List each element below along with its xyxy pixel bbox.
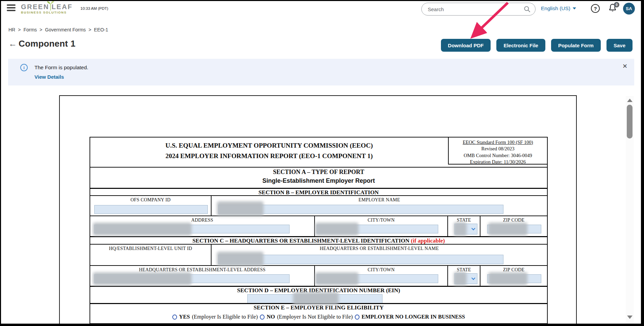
redacted-state: [454, 222, 467, 236]
help-button[interactable]: ?: [591, 4, 600, 13]
redacted-address: [93, 223, 192, 235]
app-window: GREEN LEAF BUSINESS SOLUTIONS 10:33 AM (…: [0, 0, 644, 326]
yes-radio[interactable]: [172, 315, 177, 320]
section-c-header: SECTION C – HEADQUARTERS OR ESTABLISHMEN…: [90, 236, 547, 244]
redacted-hq-name: [217, 252, 264, 266]
section-d-row: SECTION D – EMPLOYER IDENTIFICATION NUMB…: [90, 286, 547, 303]
city-label: CITY/TOWN: [315, 216, 447, 223]
ofs-company-id-label: OFS COMPANY ID: [90, 196, 211, 203]
user-avatar[interactable]: SA: [623, 3, 635, 15]
leaf-icon: [47, 0, 54, 4]
info-banner: i The Form is populated. View Details ✕: [8, 59, 634, 85]
breadcrumb-eeo1[interactable]: EEO-1: [94, 27, 108, 32]
redacted-hq-address: [93, 272, 192, 285]
no-option-desc: (Employer Is Not Eligible to File): [277, 314, 353, 320]
expiration-date: Expiration Date: 11/30/2026: [449, 159, 547, 165]
hq-city-label: CITY/TOWN: [315, 266, 447, 273]
section-c-title: SECTION C – HEADQUARTERS OR ESTABLISHMEN…: [90, 237, 547, 244]
avatar-initials: SA: [626, 6, 632, 11]
redacted-employer-name: [217, 201, 264, 216]
no-radio[interactable]: [260, 315, 265, 320]
form-number: EEOC Standard Form 100 (SF 100): [449, 139, 547, 146]
scroll-up-arrow[interactable]: [627, 99, 633, 102]
hq-unit-id-label: HQ/ESTABLISHMENT-LEVEL UNIT ID: [90, 245, 211, 251]
hq-name-label: HEADQUARTERS OR ESTABLISHMENT-LEVEL NAME: [212, 245, 547, 251]
page-title: Component 1: [19, 39, 75, 49]
download-pdf-button[interactable]: Download PDF: [441, 39, 491, 52]
language-selector[interactable]: English (US): [541, 5, 576, 11]
section-a-title: SECTION A – TYPE OF REPORT: [90, 168, 547, 177]
hq-zip-label: ZIP CODE: [480, 266, 547, 273]
yes-option-desc: (Employer Is Eligible to File): [192, 314, 258, 320]
question-mark-icon: ?: [594, 6, 597, 11]
current-time: 10:33 AM (PDT): [80, 6, 108, 10]
section-e-options-row: YES (Employer Is Eligible to File) NO (E…: [90, 311, 547, 323]
logo-tagline: BUSINESS SOLUTIONS: [21, 10, 73, 14]
banner-message: The Form is populated.: [34, 65, 88, 71]
redacted-hq-city: [315, 272, 358, 285]
if-applicable-note: (if applicable): [411, 237, 445, 244]
section-b-row1: OFS COMPANY ID EMPLOYER NAME: [90, 195, 547, 216]
section-b-title: SECTION B – EMPLOYER IDENTIFICATION: [90, 189, 547, 195]
chevron-down-icon: [573, 7, 576, 9]
search-input[interactable]: [428, 6, 524, 12]
search-icon[interactable]: [524, 6, 530, 12]
hq-address-label: HEADQUARTERS OR ESTABLISHMENT-LEVEL ADDR…: [90, 266, 314, 273]
redacted-ein: [293, 292, 339, 305]
logo-divider: [50, 4, 51, 10]
ofs-company-id-field[interactable]: [94, 205, 208, 214]
greenleaf-logo: GREEN LEAF BUSINESS SOLUTIONS: [21, 3, 73, 14]
vertical-scrollbar[interactable]: [626, 96, 634, 324]
no-longer-in-business-radio[interactable]: [355, 315, 360, 320]
hq-state-label: STATE: [448, 266, 480, 273]
omb-number: OMB Control Number: 3046-0049: [449, 152, 547, 159]
global-search[interactable]: [421, 3, 536, 16]
breadcrumb-hr[interactable]: HR: [8, 27, 15, 32]
logo-text-leaf: LEAF: [52, 3, 73, 11]
report-type-value: Single-Establishment Employer Report: [90, 177, 547, 188]
section-a-title-row: SECTION A – TYPE OF REPORT: [90, 167, 547, 177]
form-revised: Revised 08/2023: [449, 146, 547, 152]
view-details-link[interactable]: View Details: [34, 74, 64, 80]
eeo1-form: U.S. EQUAL EMPLOYMENT OPPORTUNITY COMMIS…: [90, 137, 548, 324]
section-c-row2: HEADQUARTERS OR ESTABLISHMENT-LEVEL ADDR…: [90, 265, 547, 286]
info-icon: i: [20, 64, 28, 71]
state-label: STATE: [448, 216, 480, 223]
breadcrumb: HR > Forms > Government Forms > EEO-1: [8, 27, 108, 32]
form-title: U.S. EQUAL EMPLOYMENT OPPORTUNITY COMMIS…: [90, 137, 448, 167]
redacted-hq-state: [454, 272, 467, 285]
hamburger-menu-icon[interactable]: [7, 4, 16, 12]
no-option-label: NO: [267, 314, 275, 320]
save-button[interactable]: Save: [606, 39, 633, 52]
pdf-document: U.S. EQUAL EMPLOYMENT OPPORTUNITY COMMIS…: [59, 95, 577, 326]
scroll-down-arrow[interactable]: [627, 316, 633, 319]
chevron-down-icon: [471, 226, 475, 230]
populate-form-button[interactable]: Populate Form: [551, 39, 601, 52]
close-icon[interactable]: ✕: [622, 62, 627, 70]
form-meta-box: EEOC Standard Form 100 (SF 100) Revised …: [448, 137, 547, 165]
language-label: English (US): [541, 5, 570, 11]
yes-option-label: YES: [179, 314, 190, 320]
redacted-zip: [488, 223, 527, 235]
electronic-file-button[interactable]: Electronic File: [496, 39, 545, 52]
chevron-down-icon: [471, 276, 475, 280]
section-b-header: SECTION B – EMPLOYER IDENTIFICATION: [90, 188, 547, 195]
section-e-title: SECTION E – EMPLOYER FILING ELIGIBILITY: [90, 304, 547, 311]
back-button[interactable]: ←: [8, 40, 17, 48]
form-title-line2: 2024 EMPLOYER INFORMATION REPORT (EEO-1 …: [90, 151, 448, 161]
section-a-subtitle-row: Single-Establishment Employer Report: [90, 177, 547, 188]
breadcrumb-separator: >: [18, 27, 21, 32]
breadcrumb-separator: >: [89, 27, 91, 32]
logo-text-green: GREEN: [21, 3, 49, 11]
address-label: ADDRESS: [90, 216, 314, 223]
notifications-button[interactable]: 0: [608, 3, 618, 14]
form-title-line1: U.S. EQUAL EMPLOYMENT OPPORTUNITY COMMIS…: [90, 140, 448, 151]
breadcrumb-forms[interactable]: Forms: [23, 27, 37, 32]
no-longer-option-label: EMPLOYER NO LONGER IN BUSINESS: [362, 314, 465, 320]
section-c-row1: HQ/ESTABLISHMENT-LEVEL UNIT ID HEADQUART…: [90, 244, 547, 265]
breadcrumb-government-forms[interactable]: Government Forms: [45, 27, 86, 32]
section-b-row2: ADDRESS CITY/TOWN STATE ZIP CODE: [90, 216, 547, 236]
action-toolbar: Download PDF Electronic File Populate Fo…: [441, 39, 633, 52]
notification-badge: 0: [614, 2, 619, 7]
scrollbar-thumb[interactable]: [627, 105, 633, 139]
